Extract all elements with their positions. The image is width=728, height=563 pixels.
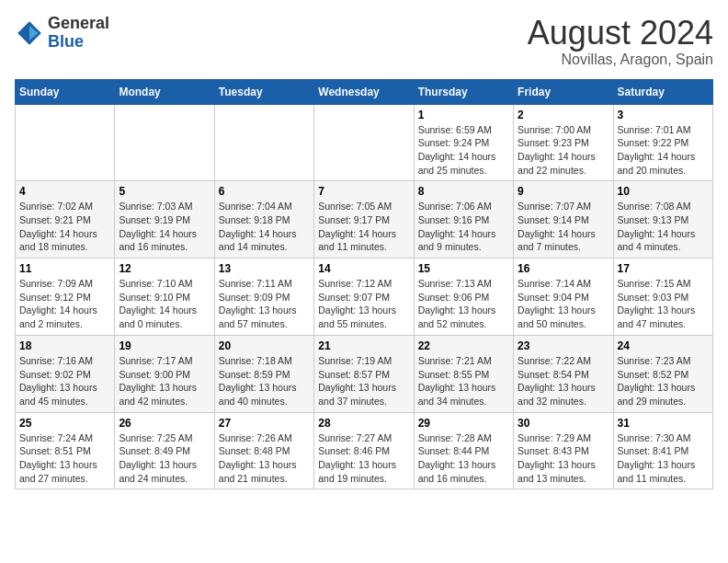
calendar-cell: 8Sunrise: 7:06 AM Sunset: 9:16 PM Daylig… (414, 181, 513, 259)
day-info: Sunrise: 7:02 AM Sunset: 9:21 PM Dayligh… (19, 200, 110, 254)
day-info: Sunrise: 7:29 AM Sunset: 8:43 PM Dayligh… (518, 431, 609, 486)
day-number: 17 (618, 262, 709, 275)
day-number: 25 (19, 417, 110, 430)
day-number: 28 (318, 417, 409, 430)
day-info: Sunrise: 7:25 AM Sunset: 8:49 PM Dayligh… (119, 431, 210, 486)
day-info: Sunrise: 7:15 AM Sunset: 9:03 PM Dayligh… (618, 277, 709, 331)
day-number: 31 (618, 417, 709, 430)
day-number: 5 (119, 185, 210, 198)
calendar-cell: 7Sunrise: 7:05 AM Sunset: 9:17 PM Daylig… (314, 181, 414, 259)
day-number: 13 (219, 262, 310, 275)
day-number: 1 (418, 109, 509, 121)
calendar-week-4: 18Sunrise: 7:16 AM Sunset: 9:02 PM Dayli… (16, 335, 713, 412)
calendar-cell: 26Sunrise: 7:25 AM Sunset: 8:49 PM Dayli… (115, 412, 214, 489)
day-number: 22 (418, 339, 509, 352)
day-number: 11 (19, 262, 110, 275)
day-info: Sunrise: 7:01 AM Sunset: 9:22 PM Dayligh… (618, 123, 709, 178)
day-number: 12 (119, 262, 210, 275)
calendar-week-3: 11Sunrise: 7:09 AM Sunset: 9:12 PM Dayli… (16, 259, 713, 336)
day-number: 4 (19, 185, 110, 198)
calendar-cell: 5Sunrise: 7:03 AM Sunset: 9:19 PM Daylig… (115, 181, 214, 259)
day-info: Sunrise: 7:26 AM Sunset: 8:48 PM Dayligh… (219, 431, 310, 486)
calendar-cell: 11Sunrise: 7:09 AM Sunset: 9:12 PM Dayli… (16, 259, 115, 336)
day-info: Sunrise: 7:03 AM Sunset: 9:19 PM Dayligh… (119, 200, 210, 254)
calendar-week-2: 4Sunrise: 7:02 AM Sunset: 9:21 PM Daylig… (16, 181, 713, 259)
logo-icon (15, 18, 44, 48)
page-subtitle: Novillas, Aragon, Spain (528, 52, 713, 68)
calendar-cell: 16Sunrise: 7:14 AM Sunset: 9:04 PM Dayli… (514, 259, 613, 336)
day-info: Sunrise: 7:13 AM Sunset: 9:06 PM Dayligh… (418, 277, 509, 331)
day-info: Sunrise: 7:08 AM Sunset: 9:13 PM Dayligh… (618, 200, 709, 254)
calendar-cell: 4Sunrise: 7:02 AM Sunset: 9:21 PM Daylig… (16, 181, 115, 259)
calendar-cell: 21Sunrise: 7:19 AM Sunset: 8:57 PM Dayli… (314, 335, 414, 412)
logo-general-text: General (48, 15, 109, 33)
calendar-cell: 20Sunrise: 7:18 AM Sunset: 8:59 PM Dayli… (214, 335, 313, 412)
day-info: Sunrise: 7:06 AM Sunset: 9:16 PM Dayligh… (418, 200, 509, 254)
weekday-header-saturday: Saturday (613, 79, 712, 104)
weekday-header-tuesday: Tuesday (214, 79, 313, 104)
day-number: 29 (418, 417, 509, 430)
day-number: 6 (219, 185, 310, 198)
day-number: 18 (19, 339, 110, 352)
day-info: Sunrise: 7:09 AM Sunset: 9:12 PM Dayligh… (19, 277, 110, 331)
calendar-cell: 18Sunrise: 7:16 AM Sunset: 9:02 PM Dayli… (16, 335, 115, 412)
calendar-cell: 23Sunrise: 7:22 AM Sunset: 8:54 PM Dayli… (514, 335, 613, 412)
calendar-cell: 15Sunrise: 7:13 AM Sunset: 9:06 PM Dayli… (414, 259, 513, 336)
logo-text: General Blue (48, 15, 109, 52)
day-info: Sunrise: 7:18 AM Sunset: 8:59 PM Dayligh… (219, 354, 310, 408)
day-info: Sunrise: 7:22 AM Sunset: 8:54 PM Dayligh… (518, 354, 609, 408)
day-number: 24 (618, 339, 709, 352)
calendar-week-5: 25Sunrise: 7:24 AM Sunset: 8:51 PM Dayli… (16, 412, 713, 489)
day-info: Sunrise: 7:17 AM Sunset: 9:00 PM Dayligh… (119, 354, 210, 408)
day-info: Sunrise: 7:27 AM Sunset: 8:46 PM Dayligh… (318, 431, 409, 486)
day-number: 15 (418, 262, 509, 275)
calendar-cell: 13Sunrise: 7:11 AM Sunset: 9:09 PM Dayli… (214, 259, 313, 336)
calendar-cell: 14Sunrise: 7:12 AM Sunset: 9:07 PM Dayli… (314, 259, 414, 336)
day-number: 26 (119, 417, 210, 430)
calendar-cell: 12Sunrise: 7:10 AM Sunset: 9:10 PM Dayli… (115, 259, 214, 336)
title-block: August 2024 Novillas, Aragon, Spain (528, 15, 713, 68)
weekday-header-sunday: Sunday (16, 79, 115, 104)
calendar-table: SundayMondayTuesdayWednesdayThursdayFrid… (15, 79, 713, 490)
day-info: Sunrise: 7:14 AM Sunset: 9:04 PM Dayligh… (518, 277, 609, 331)
calendar-header-row: SundayMondayTuesdayWednesdayThursdayFrid… (16, 79, 713, 104)
day-info: Sunrise: 7:00 AM Sunset: 9:23 PM Dayligh… (518, 123, 609, 178)
day-info: Sunrise: 7:24 AM Sunset: 8:51 PM Dayligh… (19, 431, 110, 486)
calendar-cell (16, 104, 115, 181)
day-info: Sunrise: 7:10 AM Sunset: 9:10 PM Dayligh… (119, 277, 210, 331)
calendar-cell: 1Sunrise: 6:59 AM Sunset: 9:24 PM Daylig… (414, 104, 513, 181)
calendar-cell: 9Sunrise: 7:07 AM Sunset: 9:14 PM Daylig… (514, 181, 613, 259)
calendar-cell: 28Sunrise: 7:27 AM Sunset: 8:46 PM Dayli… (314, 412, 414, 489)
calendar-cell: 25Sunrise: 7:24 AM Sunset: 8:51 PM Dayli… (16, 412, 115, 489)
calendar-cell: 10Sunrise: 7:08 AM Sunset: 9:13 PM Dayli… (613, 181, 712, 259)
page-title: August 2024 (528, 15, 713, 52)
day-number: 21 (318, 339, 409, 352)
day-number: 16 (518, 262, 609, 275)
day-number: 23 (518, 339, 609, 352)
day-info: Sunrise: 7:11 AM Sunset: 9:09 PM Dayligh… (219, 277, 310, 331)
logo-blue-text: Blue (48, 33, 109, 52)
weekday-header-thursday: Thursday (414, 79, 513, 104)
weekday-header-monday: Monday (115, 79, 214, 104)
day-info: Sunrise: 7:12 AM Sunset: 9:07 PM Dayligh… (318, 277, 409, 331)
day-info: Sunrise: 7:05 AM Sunset: 9:17 PM Dayligh… (318, 200, 409, 254)
day-info: Sunrise: 7:19 AM Sunset: 8:57 PM Dayligh… (318, 354, 409, 408)
day-info: Sunrise: 6:59 AM Sunset: 9:24 PM Dayligh… (418, 123, 509, 178)
calendar-week-1: 1Sunrise: 6:59 AM Sunset: 9:24 PM Daylig… (16, 104, 713, 181)
calendar-cell (115, 104, 214, 181)
calendar-cell: 31Sunrise: 7:30 AM Sunset: 8:41 PM Dayli… (613, 412, 712, 489)
calendar-cell: 19Sunrise: 7:17 AM Sunset: 9:00 PM Dayli… (115, 335, 214, 412)
day-number: 8 (418, 185, 509, 198)
calendar-cell (314, 104, 414, 181)
weekday-header-friday: Friday (514, 79, 613, 104)
day-number: 30 (518, 417, 609, 430)
calendar-cell: 27Sunrise: 7:26 AM Sunset: 8:48 PM Dayli… (214, 412, 313, 489)
day-number: 7 (318, 185, 409, 198)
day-info: Sunrise: 7:16 AM Sunset: 9:02 PM Dayligh… (19, 354, 110, 408)
day-info: Sunrise: 7:23 AM Sunset: 8:52 PM Dayligh… (618, 354, 709, 408)
day-number: 27 (219, 417, 310, 430)
day-info: Sunrise: 7:07 AM Sunset: 9:14 PM Dayligh… (518, 200, 609, 254)
day-number: 14 (318, 262, 409, 275)
day-number: 9 (518, 185, 609, 198)
day-info: Sunrise: 7:21 AM Sunset: 8:55 PM Dayligh… (418, 354, 509, 408)
